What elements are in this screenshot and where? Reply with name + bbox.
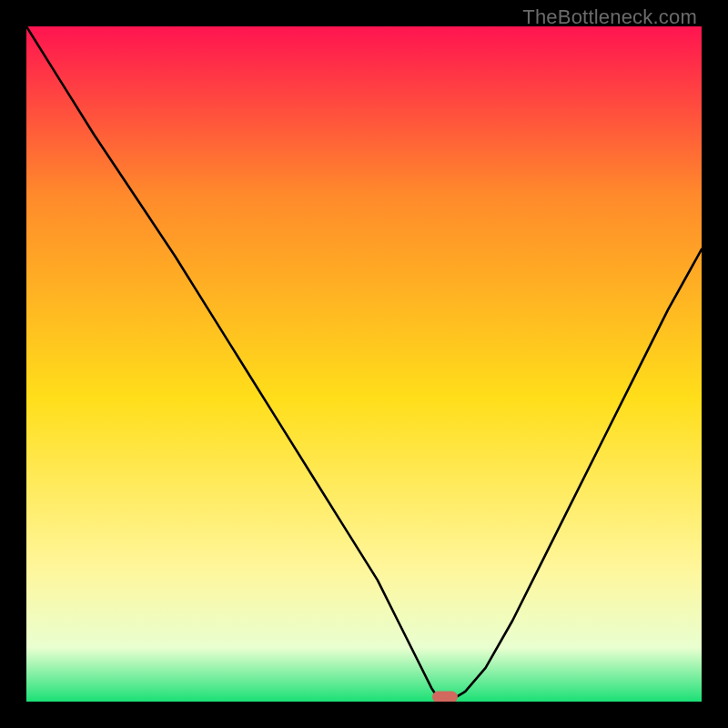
bottleneck-curve [26,26,702,702]
chart-frame: TheBottleneck.com [0,0,728,728]
watermark-text: TheBottleneck.com [522,5,697,29]
plot-area [26,26,702,702]
optimal-marker [432,691,458,702]
